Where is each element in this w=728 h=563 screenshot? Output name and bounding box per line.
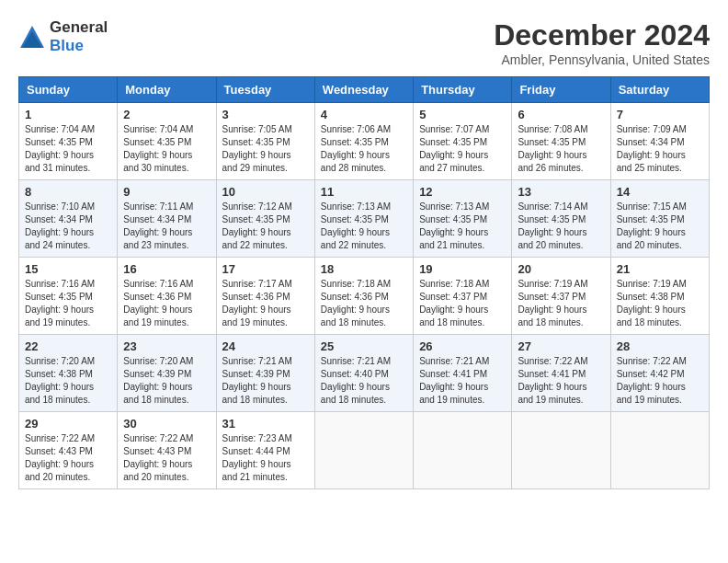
sunset-label: Sunset: 4:35 PM: [222, 137, 290, 147]
weekday-sunday: Sunday: [19, 77, 118, 103]
sunrise-label: Sunrise: 7:07 AM: [419, 124, 489, 134]
day-info: Sunrise: 7:10 AM Sunset: 4:34 PM Dayligh…: [25, 201, 111, 252]
daylight-label: Daylight: 9 hours and 18 minutes.: [419, 304, 488, 327]
day-number: 13: [518, 185, 604, 199]
weekday-monday: Monday: [118, 77, 216, 103]
page-header: General Blue December 2024 Ambler, Penns…: [18, 18, 710, 67]
day-info: Sunrise: 7:22 AM Sunset: 4:43 PM Dayligh…: [25, 432, 111, 484]
day-info: Sunrise: 7:13 AM Sunset: 4:35 PM Dayligh…: [321, 201, 407, 252]
day-info: Sunrise: 7:04 AM Sunset: 4:35 PM Dayligh…: [123, 123, 210, 175]
sunset-label: Sunset: 4:35 PM: [123, 137, 191, 147]
day-number: 31: [222, 417, 309, 431]
day-info: Sunrise: 7:09 AM Sunset: 4:34 PM Dayligh…: [617, 123, 703, 175]
sunrise-label: Sunrise: 7:22 AM: [123, 433, 193, 443]
day-info: Sunrise: 7:22 AM Sunset: 4:42 PM Dayligh…: [617, 355, 703, 407]
calendar-cell: 18 Sunrise: 7:18 AM Sunset: 4:36 PM Dayl…: [314, 258, 413, 335]
calendar-table: SundayMondayTuesdayWednesdayThursdayFrid…: [18, 76, 710, 489]
calendar-cell: 30 Sunrise: 7:22 AM Sunset: 4:43 PM Dayl…: [118, 412, 216, 489]
daylight-label: Daylight: 9 hours and 18 minutes.: [123, 382, 192, 405]
calendar-cell: 4 Sunrise: 7:06 AM Sunset: 4:35 PM Dayli…: [314, 103, 413, 180]
day-number: 21: [617, 262, 703, 276]
calendar-week-5: 29 Sunrise: 7:22 AM Sunset: 4:43 PM Dayl…: [19, 412, 710, 489]
weekday-friday: Friday: [512, 77, 610, 103]
calendar-cell: 17 Sunrise: 7:17 AM Sunset: 4:36 PM Dayl…: [216, 258, 314, 335]
sunrise-label: Sunrise: 7:19 AM: [518, 279, 587, 289]
sunset-label: Sunset: 4:39 PM: [222, 369, 290, 379]
daylight-label: Daylight: 9 hours and 27 minutes.: [419, 150, 488, 173]
day-info: Sunrise: 7:18 AM Sunset: 4:37 PM Dayligh…: [419, 278, 506, 329]
calendar-cell: 11 Sunrise: 7:13 AM Sunset: 4:35 PM Dayl…: [314, 180, 413, 258]
day-info: Sunrise: 7:06 AM Sunset: 4:35 PM Dayligh…: [321, 123, 407, 175]
day-info: Sunrise: 7:22 AM Sunset: 4:41 PM Dayligh…: [518, 355, 604, 407]
sunset-label: Sunset: 4:34 PM: [25, 214, 93, 224]
daylight-label: Daylight: 9 hours and 21 minutes.: [222, 459, 291, 482]
day-info: Sunrise: 7:11 AM Sunset: 4:34 PM Dayligh…: [123, 201, 210, 252]
sunset-label: Sunset: 4:36 PM: [123, 292, 191, 302]
calendar-cell: [414, 412, 512, 489]
day-info: Sunrise: 7:22 AM Sunset: 4:43 PM Dayligh…: [123, 432, 210, 484]
sunrise-label: Sunrise: 7:21 AM: [222, 356, 292, 366]
day-number: 23: [123, 339, 210, 353]
daylight-label: Daylight: 9 hours and 22 minutes.: [222, 227, 291, 250]
day-number: 24: [222, 339, 309, 353]
day-number: 29: [25, 417, 111, 431]
daylight-label: Daylight: 9 hours and 19 minutes.: [518, 382, 586, 405]
daylight-label: Daylight: 9 hours and 18 minutes.: [321, 304, 390, 327]
sunset-label: Sunset: 4:35 PM: [419, 137, 487, 147]
day-info: Sunrise: 7:05 AM Sunset: 4:35 PM Dayligh…: [222, 123, 309, 175]
sunrise-label: Sunrise: 7:17 AM: [222, 279, 292, 289]
sunset-label: Sunset: 4:35 PM: [617, 214, 685, 224]
calendar-cell: 29 Sunrise: 7:22 AM Sunset: 4:43 PM Dayl…: [19, 412, 118, 489]
day-number: 25: [321, 339, 407, 353]
sunrise-label: Sunrise: 7:23 AM: [222, 433, 292, 443]
logo-general-text: General: [50, 18, 108, 36]
sunset-label: Sunset: 4:41 PM: [518, 369, 586, 379]
day-info: Sunrise: 7:16 AM Sunset: 4:35 PM Dayligh…: [25, 278, 111, 329]
day-number: 28: [617, 339, 703, 353]
sunset-label: Sunset: 4:35 PM: [518, 214, 586, 224]
daylight-label: Daylight: 9 hours and 24 minutes.: [25, 227, 94, 250]
daylight-label: Daylight: 9 hours and 18 minutes.: [617, 304, 686, 327]
sunrise-label: Sunrise: 7:04 AM: [123, 124, 193, 134]
sunrise-label: Sunrise: 7:21 AM: [321, 356, 391, 366]
weekday-thursday: Thursday: [414, 77, 512, 103]
day-number: 18: [321, 262, 407, 276]
daylight-label: Daylight: 9 hours and 29 minutes.: [222, 150, 291, 173]
sunset-label: Sunset: 4:35 PM: [419, 214, 487, 224]
sunset-label: Sunset: 4:35 PM: [321, 214, 389, 224]
sunset-label: Sunset: 4:43 PM: [25, 446, 93, 456]
calendar-cell: 9 Sunrise: 7:11 AM Sunset: 4:34 PM Dayli…: [118, 180, 216, 258]
day-info: Sunrise: 7:19 AM Sunset: 4:37 PM Dayligh…: [518, 278, 604, 329]
sunset-label: Sunset: 4:36 PM: [321, 292, 389, 302]
calendar-cell: 26 Sunrise: 7:21 AM Sunset: 4:41 PM Dayl…: [414, 335, 512, 412]
day-number: 3: [222, 108, 309, 121]
weekday-header-row: SundayMondayTuesdayWednesdayThursdayFrid…: [19, 77, 710, 103]
sunrise-label: Sunrise: 7:21 AM: [419, 356, 489, 366]
calendar-body: 1 Sunrise: 7:04 AM Sunset: 4:35 PM Dayli…: [19, 103, 710, 489]
sunrise-label: Sunrise: 7:11 AM: [123, 201, 193, 212]
calendar-cell: [512, 412, 610, 489]
day-number: 22: [25, 339, 111, 353]
day-number: 10: [222, 185, 309, 199]
day-info: Sunrise: 7:14 AM Sunset: 4:35 PM Dayligh…: [518, 201, 604, 252]
daylight-label: Daylight: 9 hours and 19 minutes.: [419, 382, 488, 405]
day-number: 1: [25, 108, 111, 121]
day-info: Sunrise: 7:16 AM Sunset: 4:36 PM Dayligh…: [123, 278, 210, 329]
calendar-cell: [610, 412, 709, 489]
sunrise-label: Sunrise: 7:22 AM: [518, 356, 587, 366]
sunrise-label: Sunrise: 7:09 AM: [617, 124, 687, 134]
daylight-label: Daylight: 9 hours and 20 minutes.: [123, 459, 192, 482]
calendar-week-3: 15 Sunrise: 7:16 AM Sunset: 4:35 PM Dayl…: [19, 258, 710, 335]
day-number: 4: [321, 108, 407, 121]
logo-icon: [18, 24, 46, 50]
calendar-cell: 24 Sunrise: 7:21 AM Sunset: 4:39 PM Dayl…: [216, 335, 314, 412]
day-number: 19: [419, 262, 506, 276]
sunrise-label: Sunrise: 7:14 AM: [518, 201, 587, 212]
sunrise-label: Sunrise: 7:13 AM: [321, 201, 391, 212]
calendar-cell: 2 Sunrise: 7:04 AM Sunset: 4:35 PM Dayli…: [118, 103, 216, 180]
day-info: Sunrise: 7:04 AM Sunset: 4:35 PM Dayligh…: [25, 123, 111, 175]
sunrise-label: Sunrise: 7:20 AM: [25, 356, 95, 366]
day-number: 11: [321, 185, 407, 199]
daylight-label: Daylight: 9 hours and 20 minutes.: [25, 459, 94, 482]
logo-blue-text: Blue: [50, 37, 84, 54]
